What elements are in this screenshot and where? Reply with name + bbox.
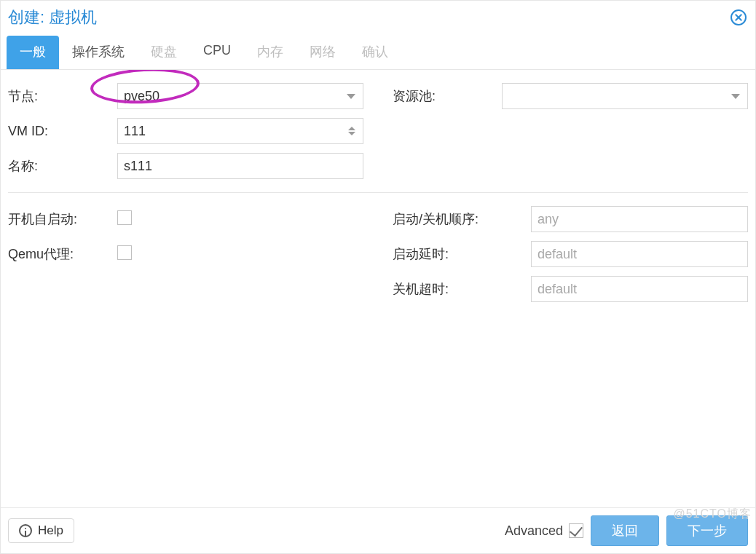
tab-general[interactable]: 一般 bbox=[7, 36, 59, 69]
create-vm-dialog: 创建: 虚拟机 一般 操作系统 硬盘 CPU 内存 网络 确认 节点: pve5… bbox=[0, 0, 756, 554]
close-icon[interactable] bbox=[731, 9, 747, 25]
autostart-checkbox[interactable] bbox=[117, 210, 132, 225]
spin-down-icon[interactable] bbox=[348, 132, 355, 135]
name-input[interactable] bbox=[117, 153, 363, 179]
advanced-checkbox[interactable] bbox=[569, 523, 583, 538]
order-label: 启动/关机顺序: bbox=[393, 210, 531, 228]
bottombar: Help Advanced 返回 下一步 bbox=[1, 507, 755, 553]
tab-network: 网络 bbox=[296, 36, 349, 69]
dialog-title: 创建: 虚拟机 bbox=[8, 7, 97, 28]
qemu-agent-checkbox[interactable] bbox=[117, 245, 132, 260]
spin-up-icon[interactable] bbox=[348, 127, 355, 130]
advanced-label: Advanced bbox=[505, 523, 563, 539]
startup-delay-input[interactable] bbox=[531, 241, 748, 267]
tab-disk: 硬盘 bbox=[138, 36, 190, 69]
vmid-value: 111 bbox=[124, 124, 348, 139]
node-value: pve50 bbox=[124, 89, 347, 104]
vmid-label: VM ID: bbox=[8, 124, 117, 139]
pool-combo[interactable] bbox=[502, 83, 748, 109]
wizard-tabs: 一般 操作系统 硬盘 CPU 内存 网络 确认 bbox=[1, 36, 755, 70]
form-area: 节点: pve50 VM ID: 111 bbox=[1, 70, 755, 507]
titlebar: 创建: 虚拟机 bbox=[1, 1, 755, 36]
tab-confirm: 确认 bbox=[349, 36, 401, 69]
help-button[interactable]: Help bbox=[8, 518, 74, 543]
tab-os[interactable]: 操作系统 bbox=[59, 36, 138, 69]
info-icon bbox=[19, 524, 32, 537]
shutdown-timeout-label: 关机超时: bbox=[393, 280, 531, 298]
startup-delay-label: 启动延时: bbox=[393, 245, 531, 263]
shutdown-timeout-input[interactable] bbox=[531, 276, 748, 302]
node-label: 节点: bbox=[8, 87, 117, 105]
node-combo[interactable]: pve50 bbox=[117, 83, 363, 109]
help-label: Help bbox=[38, 523, 63, 538]
tab-memory: 内存 bbox=[244, 36, 296, 69]
advanced-toggle[interactable]: Advanced bbox=[505, 523, 583, 539]
chevron-down-icon bbox=[347, 94, 355, 99]
tab-cpu[interactable]: CPU bbox=[190, 36, 244, 69]
separator bbox=[8, 192, 748, 193]
next-button[interactable]: 下一步 bbox=[666, 515, 748, 546]
autostart-label: 开机自启动: bbox=[8, 210, 117, 228]
qemu-agent-label: Qemu代理: bbox=[8, 245, 117, 263]
vmid-spinner[interactable]: 111 bbox=[117, 118, 363, 144]
order-input[interactable] bbox=[531, 206, 748, 232]
chevron-down-icon bbox=[731, 94, 740, 99]
back-button[interactable]: 返回 bbox=[591, 515, 659, 546]
pool-label: 资源池: bbox=[393, 87, 502, 105]
name-label: 名称: bbox=[8, 157, 117, 175]
